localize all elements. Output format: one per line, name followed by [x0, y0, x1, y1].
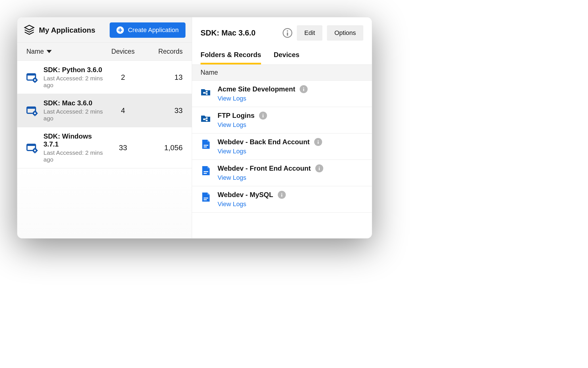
application-subtitle: Last Accessed: 2 mins ago — [43, 149, 103, 163]
list-item[interactable]: FTP Logins View Logs — [192, 107, 372, 133]
plus-icon — [116, 26, 124, 34]
view-logs-link[interactable]: View Logs — [218, 95, 363, 102]
info-icon[interactable] — [314, 138, 322, 146]
col-name-label: Name — [26, 48, 44, 55]
svg-point-25 — [281, 193, 282, 194]
svg-point-19 — [263, 114, 264, 114]
record-doc-icon — [201, 139, 211, 149]
create-button-label: Create Application — [128, 26, 179, 34]
application-records: 33 — [143, 106, 183, 115]
tab-folders-records[interactable]: Folders & Records — [201, 51, 261, 64]
col-name[interactable]: Name — [26, 48, 103, 55]
left-header: My Applications Create Application — [17, 17, 192, 43]
view-logs-link[interactable]: View Logs — [218, 174, 363, 181]
item-list: Acme Site Development View Logs FTP Logi… — [192, 81, 372, 213]
application-devices: 4 — [103, 106, 143, 115]
application-meta: SDK: Mac 3.6.0 Last Accessed: 2 mins ago — [43, 99, 103, 122]
item-title-line: Webdev - Front End Account — [218, 164, 363, 172]
list-item[interactable]: Webdev - Back End Account View Logs — [192, 133, 372, 160]
record-doc-icon — [201, 192, 211, 202]
application-devices: 2 — [103, 73, 143, 82]
app-card: My Applications Create Application Name … — [17, 17, 372, 239]
item-title: Webdev - MySQL — [218, 191, 273, 199]
info-icon[interactable] — [278, 191, 286, 199]
application-records: 13 — [143, 73, 183, 82]
right-column-header: Name — [192, 65, 372, 81]
left-title-block: My Applications — [24, 25, 95, 35]
item-title: Webdev - Back End Account — [218, 138, 310, 146]
left-pane: My Applications Create Application Name … — [17, 17, 192, 238]
svg-rect-20 — [263, 115, 264, 118]
item-title: Webdev - Front End Account — [218, 164, 311, 172]
svg-rect-26 — [281, 194, 282, 197]
application-subtitle: Last Accessed: 2 mins ago — [43, 75, 103, 89]
svg-point-17 — [303, 87, 304, 88]
item-body: Acme Site Development View Logs — [218, 85, 363, 102]
folder-share-icon — [201, 86, 211, 97]
item-body: Webdev - Back End Account View Logs — [218, 138, 363, 155]
svg-rect-18 — [303, 89, 304, 91]
application-name: SDK: Mac 3.6.0 — [43, 99, 103, 107]
application-row[interactable]: SDK: Mac 3.6.0 Last Accessed: 2 mins ago… — [17, 94, 192, 127]
tab-devices[interactable]: Devices — [274, 51, 299, 64]
item-title: Acme Site Development — [218, 85, 295, 93]
col-records[interactable]: Records — [143, 48, 183, 55]
item-title-line: Webdev - Back End Account — [218, 138, 363, 146]
item-title-line: Webdev - MySQL — [218, 191, 363, 199]
options-button[interactable]: Options — [327, 25, 363, 41]
info-icon[interactable] — [315, 164, 323, 172]
application-meta: SDK: Python 3.6.0 Last Accessed: 2 mins … — [43, 66, 103, 89]
item-title-line: Acme Site Development — [218, 85, 363, 93]
application-icon — [26, 72, 38, 83]
info-icon[interactable] — [300, 85, 308, 93]
logo-icon — [24, 25, 35, 35]
col-devices[interactable]: Devices — [103, 48, 143, 55]
view-logs-link[interactable]: View Logs — [218, 148, 363, 155]
edit-button[interactable]: Edit — [297, 25, 322, 41]
application-devices: 33 — [103, 143, 143, 152]
right-header: SDK: Mac 3.6.0 Edit Options — [192, 17, 372, 51]
application-subtitle: Last Accessed: 2 mins ago — [43, 108, 103, 122]
sort-desc-icon — [47, 50, 52, 53]
item-body: Webdev - MySQL View Logs — [218, 191, 363, 208]
list-item[interactable]: Acme Site Development View Logs — [192, 81, 372, 107]
folder-share-icon — [201, 113, 211, 123]
application-records: 1,056 — [143, 143, 183, 152]
record-doc-icon — [201, 166, 211, 176]
svg-rect-22 — [318, 141, 319, 144]
application-list: SDK: Python 3.6.0 Last Accessed: 2 mins … — [17, 61, 192, 168]
application-name: SDK: Python 3.6.0 — [43, 66, 103, 74]
left-columns-row: Name Devices Records — [17, 43, 192, 61]
right-pane: SDK: Mac 3.6.0 Edit Options Folders & Re… — [192, 17, 372, 238]
application-icon — [26, 105, 38, 117]
info-icon[interactable] — [283, 28, 292, 38]
svg-point-21 — [318, 140, 318, 141]
item-title: FTP Logins — [218, 112, 255, 120]
application-row[interactable]: SDK: Windows 3.7.1 Last Accessed: 2 mins… — [17, 127, 192, 168]
item-body: Webdev - Front End Account View Logs — [218, 164, 363, 181]
list-item[interactable]: Webdev - MySQL View Logs — [192, 186, 372, 213]
view-logs-link[interactable]: View Logs — [218, 200, 363, 208]
item-title-line: FTP Logins — [218, 112, 363, 120]
application-row[interactable]: SDK: Python 3.6.0 Last Accessed: 2 mins … — [17, 61, 192, 94]
view-logs-link[interactable]: View Logs — [218, 121, 363, 129]
svg-point-15 — [287, 30, 288, 32]
application-icon — [26, 143, 38, 154]
create-application-button[interactable]: Create Application — [110, 22, 185, 38]
info-icon[interactable] — [259, 112, 267, 120]
right-title: SDK: Mac 3.6.0 — [201, 29, 278, 37]
svg-rect-16 — [287, 32, 288, 36]
tabs: Folders & Records Devices — [192, 51, 372, 65]
left-title: My Applications — [39, 26, 95, 35]
item-body: FTP Logins View Logs — [218, 112, 363, 129]
application-meta: SDK: Windows 3.7.1 Last Accessed: 2 mins… — [43, 132, 103, 163]
svg-rect-24 — [319, 168, 320, 170]
application-name: SDK: Windows 3.7.1 — [43, 132, 103, 148]
svg-point-23 — [319, 166, 320, 167]
list-item[interactable]: Webdev - Front End Account View Logs — [192, 160, 372, 186]
